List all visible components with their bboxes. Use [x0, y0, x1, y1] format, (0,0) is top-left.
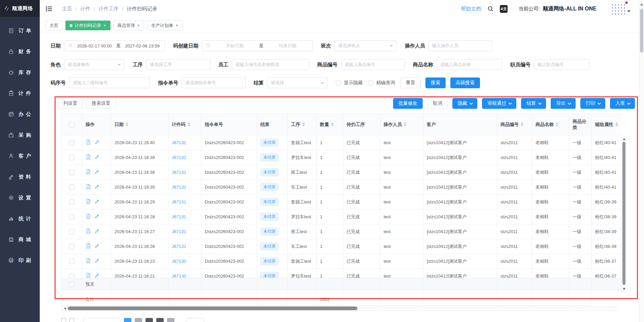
sku-input[interactable]: 请输入商品编号 — [341, 59, 405, 70]
edit-icon[interactable] — [94, 169, 100, 174]
checkbox[interactable] — [368, 80, 374, 86]
page-size-select[interactable] — [84, 318, 121, 322]
sidebar-item[interactable]: 商城 — [0, 229, 40, 250]
toolbar-button[interactable]: 打印 — [580, 98, 605, 109]
table-row[interactable]: 2026-04-23 11:16:29J67131Dstzs20260423-0… — [62, 195, 622, 210]
toolbar-button[interactable]: 隐藏 — [452, 98, 477, 109]
row-checkbox[interactable] — [69, 214, 74, 220]
sidebar-item[interactable]: 计件 — [0, 83, 40, 104]
col-sku[interactable]: 商品编号 — [497, 114, 532, 135]
table-row[interactable]: 2026-04-23 11:16:36J67132Dstzs20260423-0… — [62, 165, 622, 180]
edit-icon[interactable] — [94, 184, 100, 189]
col-attr[interactable]: 辅助属性 — [592, 114, 622, 135]
row-checkbox[interactable] — [69, 170, 74, 175]
page-tab[interactable]: 主页 — [45, 21, 63, 30]
close-tab-icon[interactable]: × — [103, 23, 106, 28]
piece-code-link[interactable]: J67130 — [172, 259, 186, 264]
page-tab[interactable]: 商品管理 × — [113, 21, 144, 30]
piece-code-link[interactable]: J67132 — [172, 170, 186, 175]
table-row[interactable]: 2026-04-23 11:16:21J67130Dstzs20260423-0… — [62, 269, 622, 278]
scroll-down-arrow[interactable] — [622, 287, 626, 292]
edit-icon[interactable] — [94, 199, 100, 204]
sort-icon[interactable] — [615, 122, 618, 126]
edit-icon[interactable] — [94, 273, 100, 278]
scroll-up-arrow[interactable] — [639, 1, 644, 6]
detail-icon[interactable] — [86, 199, 91, 204]
scroll-left-arrow[interactable] — [62, 307, 66, 310]
pager-icon[interactable] — [61, 318, 66, 322]
toolbar-button[interactable]: 批量修改 — [393, 98, 423, 109]
edit-icon[interactable] — [94, 214, 100, 219]
table-row[interactable]: 2026-04-23 11:16:27J67131Dstzs20260423-0… — [62, 224, 622, 239]
pager-icon[interactable] — [69, 318, 74, 322]
page-button[interactable] — [146, 318, 153, 322]
sort-icon[interactable] — [188, 122, 190, 126]
piece-code-link[interactable]: J67132 — [172, 155, 186, 160]
col-date[interactable]: 日期 — [111, 114, 168, 135]
show-hidden-checkbox[interactable]: 显示隐藏 — [336, 80, 363, 86]
operator-input[interactable]: 输入操作人员 — [428, 40, 492, 51]
table-row[interactable]: 2026-04-23 11:16:40J67132Dstzs20260423-0… — [62, 135, 622, 150]
date-range-input[interactable]: 2026-02-17 00:00 至 2027-02-06 23:59 — [64, 40, 165, 51]
page-button[interactable] — [124, 318, 131, 322]
page-button[interactable] — [156, 318, 164, 322]
scrollbar-thumb[interactable] — [640, 9, 643, 53]
sidebar-item[interactable]: 订单 — [0, 20, 40, 41]
col-operator[interactable]: 操作人员 — [380, 114, 423, 135]
staff-no-input[interactable]: 输入职员编号 — [534, 59, 589, 70]
sidebar-item[interactable]: 客户 — [0, 146, 40, 166]
goto-page-input[interactable] — [187, 318, 204, 322]
sort-icon[interactable] — [556, 122, 558, 126]
table-vertical-scrollbar[interactable] — [621, 136, 626, 292]
detail-icon[interactable] — [86, 243, 91, 249]
detail-icon[interactable] — [86, 184, 91, 189]
toolbar-button[interactable]: 列设置 — [58, 98, 83, 109]
help-docs-link[interactable]: 帮助文档 — [461, 6, 481, 12]
chevron-down-icon[interactable] — [627, 10, 631, 14]
sort-icon[interactable] — [521, 122, 523, 126]
sidebar-item[interactable]: 设置 — [0, 187, 40, 208]
piece-code-link[interactable]: J67131 — [172, 199, 186, 204]
checkbox[interactable] — [336, 80, 341, 86]
col-qty[interactable]: 数量 — [317, 114, 343, 135]
prepay-checkbox[interactable] — [69, 282, 74, 287]
edit-icon[interactable] — [94, 154, 100, 160]
close-tab-icon[interactable]: × — [175, 23, 178, 28]
sidebar-item[interactable]: 资料 — [0, 166, 40, 187]
toolbar-button[interactable]: 入库 — [610, 98, 635, 109]
row-checkbox[interactable] — [69, 199, 74, 205]
table-row[interactable]: 2026-04-23 11:16:28J67131Dstzs20260423-0… — [62, 210, 622, 224]
table-row[interactable]: 2026-04-23 11:16:23J67130Dstzs20260423-0… — [62, 254, 622, 269]
process-input[interactable]: 请选择工序 — [146, 59, 210, 70]
toolbar-button[interactable]: 审核通过 — [482, 98, 516, 109]
table-row[interactable]: 2026-04-23 11:16:26J67131Dstzs20260423-0… — [62, 239, 622, 254]
row-checkbox[interactable] — [69, 244, 74, 249]
close-tab-icon[interactable]: × — [137, 23, 140, 28]
detail-icon[interactable] — [86, 154, 91, 160]
breadcrumb-item[interactable]: 计件 / — [80, 6, 95, 12]
col-product[interactable]: 商品名称 — [532, 114, 569, 135]
qr-serial-input[interactable]: 请输入二维码编号 — [69, 77, 150, 88]
scrollbar-thumb[interactable] — [68, 307, 357, 310]
edit-icon[interactable] — [94, 139, 100, 145]
select-all-checkbox[interactable] — [69, 122, 74, 127]
sort-icon[interactable] — [331, 122, 334, 126]
row-checkbox[interactable] — [69, 185, 74, 190]
piece-code-link[interactable]: J67131 — [172, 214, 186, 219]
sidebar-item[interactable]: 采购 — [0, 125, 40, 146]
user-menu[interactable] — [610, 2, 631, 15]
scrollbar-thumb[interactable] — [622, 142, 625, 285]
edit-icon[interactable] — [94, 258, 100, 263]
page-button[interactable] — [135, 318, 142, 322]
detail-icon[interactable] — [86, 169, 91, 174]
breadcrumb-item[interactable]: 计件工序 / — [98, 6, 123, 12]
sidebar-item[interactable]: 库存 — [0, 62, 40, 83]
page-tab[interactable]: 生产计划单 × — [147, 21, 183, 30]
piece-code-link[interactable]: J67132 — [172, 185, 186, 190]
detail-icon[interactable] — [86, 228, 91, 234]
page-button[interactable] — [167, 318, 174, 322]
toolbar-button[interactable]: 结算 — [521, 98, 546, 109]
piece-code-link[interactable]: J67131 — [172, 229, 186, 234]
translate-icon[interactable]: A文 — [500, 5, 508, 13]
reset-button[interactable]: 重置 — [400, 77, 421, 88]
